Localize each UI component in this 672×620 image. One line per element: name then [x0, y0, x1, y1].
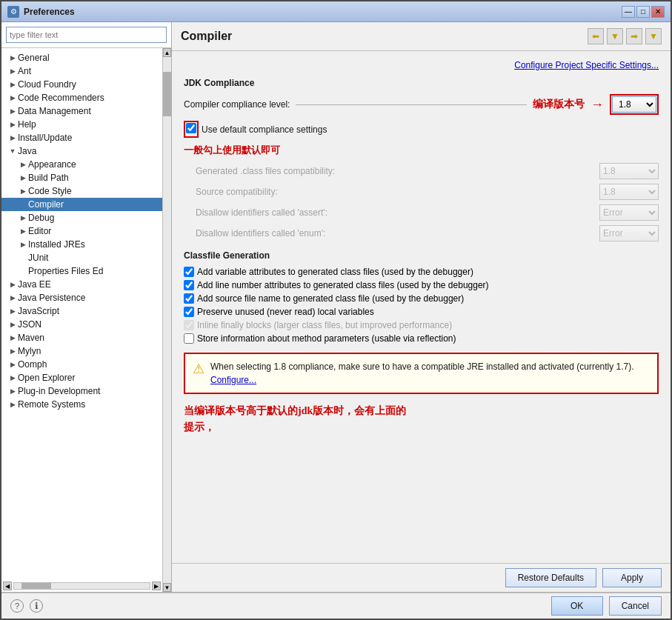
- source-compat-row: Source compatibility: 1.8: [184, 184, 659, 200]
- sidebar-item-oomph[interactable]: ▶ Oomph: [1, 358, 162, 371]
- sidebar-item-label: Maven: [18, 333, 44, 343]
- scroll-track[interactable]: [13, 582, 150, 590]
- sidebar-item-mylyn[interactable]: ▶ Mylyn: [1, 344, 162, 358]
- expand-icon: ▶: [18, 173, 28, 183]
- vscroll-thumb: [163, 72, 171, 116]
- nav-dropdown-button[interactable]: ▼: [607, 28, 623, 44]
- sidebar-item-debug[interactable]: ▶ Debug: [1, 211, 162, 224]
- generated-label: Generated .class files compatibility:: [196, 166, 599, 176]
- sidebar-item-code-recommenders[interactable]: ▶ Code Recommenders: [1, 91, 162, 104]
- sidebar-item-appearance[interactable]: ▶ Appearance: [1, 158, 162, 171]
- sidebar-item-ant[interactable]: ▶ Ant: [1, 64, 162, 78]
- sidebar-item-json[interactable]: ▶ JSON: [1, 318, 162, 331]
- nav-forward-dropdown-button[interactable]: ▼: [645, 28, 662, 44]
- sidebar-item-install-update[interactable]: ▶ Install/Update: [1, 131, 162, 144]
- expand-icon: ▶: [7, 119, 18, 130]
- annotation-text: 编译版本号: [533, 98, 585, 111]
- nav-forward-button[interactable]: ➡: [626, 28, 642, 44]
- sidebar-item-data-management[interactable]: ▶ Data Management: [1, 104, 162, 118]
- use-default-checkbox[interactable]: [186, 123, 196, 133]
- classfile-checkbox-2[interactable]: [184, 293, 194, 304]
- generated-dropdown[interactable]: 1.8: [599, 163, 659, 179]
- ok-button[interactable]: OK: [551, 596, 603, 616]
- info-icon[interactable]: ℹ: [30, 599, 43, 613]
- sidebar-item-plugin-development[interactable]: ▶ Plug-in Development: [1, 384, 162, 398]
- sidebar-item-cloud-foundry[interactable]: ▶ Cloud Foundry: [1, 78, 162, 91]
- sidebar-item-help[interactable]: ▶ Help: [1, 118, 162, 131]
- sidebar-item-label: Editor: [28, 226, 51, 236]
- sidebar-item-compiler[interactable]: Compiler: [1, 198, 162, 211]
- classfile-section: Classfile Generation Add variable attrib…: [184, 250, 659, 344]
- panel-header: Compiler ⬅ ▼ ➡ ▼: [172, 22, 671, 51]
- expand-icon: ▶: [7, 373, 18, 383]
- classfile-checkbox-3[interactable]: [184, 307, 194, 317]
- help-icon[interactable]: ?: [10, 599, 24, 613]
- sidebar-item-java-persistence[interactable]: ▶ Java Persistence: [1, 291, 162, 304]
- sidebar-item-editor[interactable]: ▶ Editor: [1, 224, 162, 238]
- vscroll-track[interactable]: [163, 57, 171, 583]
- apply-button[interactable]: Apply: [602, 568, 662, 587]
- sidebar-item-java[interactable]: ▼ Java: [1, 144, 162, 158]
- sidebar-item-installed-jres[interactable]: ▶ Installed JREs: [1, 238, 162, 251]
- restore-defaults-button[interactable]: Restore Defaults: [505, 568, 596, 587]
- configure-link[interactable]: Configure...: [210, 375, 256, 385]
- expand-icon: ▶: [7, 386, 18, 396]
- classfile-checkbox-1[interactable]: [184, 280, 194, 290]
- classfile-checkbox-4[interactable]: [184, 320, 194, 330]
- maximize-button[interactable]: □: [636, 6, 650, 18]
- sidebar-item-label: Java Persistence: [18, 293, 85, 303]
- expand-icon: ▶: [7, 106, 18, 116]
- sidebar-item-label: Mylyn: [18, 346, 41, 356]
- compliance-level-row: Compiler compliance level: 编译版本号 → 1.8 1…: [184, 94, 659, 115]
- expand-icon: ▶: [7, 66, 18, 76]
- classfile-label-3: Preserve unused (never read) local varia…: [197, 307, 374, 317]
- sidebar-item-remote-systems[interactable]: ▶ Remote Systems: [1, 398, 162, 411]
- enum-dropdown[interactable]: Error: [599, 225, 659, 241]
- right-panel: Compiler ⬅ ▼ ➡ ▼: [172, 22, 671, 592]
- compliance-dropdown[interactable]: 1.8 1.7 1.6: [612, 96, 656, 113]
- scroll-left-button[interactable]: ◀: [3, 581, 12, 590]
- source-dropdown[interactable]: 1.8: [599, 184, 659, 200]
- classfile-checkbox-0[interactable]: [184, 267, 194, 277]
- sidebar-item-open-explorer[interactable]: ▶ Open Explorer: [1, 371, 162, 384]
- tree-area: ▶ General ▶ Ant ▶ Cloud Foundry ▶: [1, 48, 162, 580]
- sidebar-item-label: Installed JREs: [28, 239, 85, 250]
- sidebar-item-javascript[interactable]: ▶ JavaScript: [1, 304, 162, 318]
- sidebar-item-build-path[interactable]: ▶ Build Path: [1, 171, 162, 184]
- classfile-section-header: Classfile Generation: [184, 250, 659, 261]
- cancel-button[interactable]: Cancel: [609, 596, 662, 616]
- minimize-button[interactable]: —: [622, 6, 635, 18]
- compliance-level-label: Compiler compliance level:: [184, 99, 290, 110]
- classfile-checkbox-list: Add variable attributes to generated cla…: [184, 267, 659, 344]
- close-button[interactable]: ✕: [651, 6, 665, 18]
- sidebar-item-label: JSON: [18, 319, 41, 330]
- expand-icon: ▶: [7, 346, 18, 356]
- expand-icon: ▶: [7, 306, 18, 316]
- sidebar-item-maven[interactable]: ▶ Maven: [1, 331, 162, 344]
- expand-icon: [18, 253, 28, 263]
- classfile-checkbox-5[interactable]: [184, 333, 194, 344]
- scroll-right-button[interactable]: ▶: [152, 581, 161, 590]
- sidebar-item-label: JUnit: [28, 253, 48, 263]
- expand-icon: ▶: [7, 319, 18, 330]
- assert-row: Disallow identifiers called 'assert': Er…: [184, 204, 659, 221]
- expand-icon: ▶: [7, 279, 18, 290]
- sidebar: ▶ General ▶ Ant ▶ Cloud Foundry ▶: [1, 22, 172, 592]
- sidebar-item-properties-files-ed[interactable]: Properties Files Ed: [1, 264, 162, 278]
- nav-back-button[interactable]: ⬅: [588, 28, 604, 44]
- sidebar-item-junit[interactable]: JUnit: [1, 251, 162, 264]
- sidebar-scroll-area: ▶ General ▶ Ant ▶ Cloud Foundry ▶: [1, 48, 171, 592]
- expand-icon: ▶: [18, 186, 28, 196]
- status-bar: ? ℹ OK Cancel: [1, 593, 671, 619]
- sidebar-item-java-ee[interactable]: ▶ Java EE: [1, 278, 162, 291]
- sidebar-item-general[interactable]: ▶ General: [1, 51, 162, 64]
- configure-project-link[interactable]: Configure Project Specific Settings...: [184, 60, 659, 70]
- expand-icon: ▶: [7, 133, 18, 143]
- search-input[interactable]: [6, 27, 167, 43]
- scroll-up-button[interactable]: ▲: [163, 48, 171, 57]
- generated-class-row: Generated .class files compatibility: 1.…: [184, 163, 659, 179]
- sidebar-item-code-style[interactable]: ▶ Code Style: [1, 184, 162, 198]
- scroll-down-button[interactable]: ▼: [163, 583, 171, 592]
- expand-icon: ▶: [18, 226, 28, 236]
- assert-dropdown[interactable]: Error: [599, 204, 659, 221]
